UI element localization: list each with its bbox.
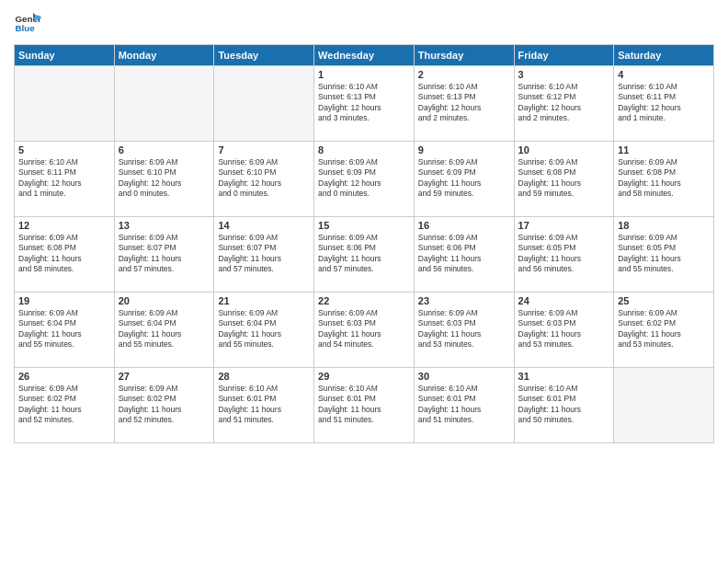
calendar-day-29: 29Sunrise: 6:10 AM Sunset: 6:01 PM Dayli…: [314, 368, 415, 443]
day-number: 19: [18, 295, 110, 306]
calendar-day-17: 17Sunrise: 6:09 AM Sunset: 6:05 PM Dayli…: [514, 217, 614, 293]
day-info: Sunrise: 6:09 AM Sunset: 6:09 PM Dayligh…: [418, 157, 510, 200]
calendar-day-9: 9Sunrise: 6:09 AM Sunset: 6:09 PM Daylig…: [414, 142, 514, 217]
day-info: Sunrise: 6:09 AM Sunset: 6:06 PM Dayligh…: [418, 233, 510, 275]
calendar-week-3: 19Sunrise: 6:09 AM Sunset: 6:04 PM Dayli…: [15, 293, 714, 368]
day-info: Sunrise: 6:09 AM Sunset: 6:04 PM Dayligh…: [18, 308, 110, 350]
day-number: 27: [119, 371, 210, 382]
header: General Blue: [14, 9, 714, 37]
page: General Blue SundayMondayTuesdayWednesda…: [0, 0, 728, 563]
calendar-day-26: 26Sunrise: 6:09 AM Sunset: 6:02 PM Dayli…: [15, 368, 115, 443]
day-number: 3: [518, 69, 610, 80]
calendar-day-28: 28Sunrise: 6:10 AM Sunset: 6:01 PM Dayli…: [214, 368, 314, 443]
day-info: Sunrise: 6:09 AM Sunset: 6:04 PM Dayligh…: [218, 308, 310, 350]
calendar-week-0: 1Sunrise: 6:10 AM Sunset: 6:13 PM Daylig…: [15, 66, 714, 142]
calendar-day-15: 15Sunrise: 6:09 AM Sunset: 6:06 PM Dayli…: [314, 217, 415, 293]
day-info: Sunrise: 6:09 AM Sunset: 6:05 PM Dayligh…: [618, 233, 710, 275]
calendar-day-21: 21Sunrise: 6:09 AM Sunset: 6:04 PM Dayli…: [214, 293, 314, 368]
calendar-day-5: 5Sunrise: 6:10 AM Sunset: 6:11 PM Daylig…: [15, 142, 115, 217]
calendar-day-3: 3Sunrise: 6:10 AM Sunset: 6:12 PM Daylig…: [514, 66, 614, 142]
day-number: 31: [518, 371, 610, 382]
day-info: Sunrise: 6:09 AM Sunset: 6:08 PM Dayligh…: [618, 157, 710, 200]
day-info: Sunrise: 6:09 AM Sunset: 6:09 PM Dayligh…: [318, 157, 410, 200]
calendar-day-22: 22Sunrise: 6:09 AM Sunset: 6:03 PM Dayli…: [314, 293, 415, 368]
calendar-empty: [15, 66, 115, 142]
day-info: Sunrise: 6:09 AM Sunset: 6:04 PM Dayligh…: [119, 308, 210, 350]
calendar-day-25: 25Sunrise: 6:09 AM Sunset: 6:02 PM Dayli…: [614, 293, 714, 368]
day-header-saturday: Saturday: [614, 45, 714, 66]
day-number: 8: [318, 144, 410, 155]
day-info: Sunrise: 6:10 AM Sunset: 6:01 PM Dayligh…: [418, 384, 510, 426]
calendar-day-2: 2Sunrise: 6:10 AM Sunset: 6:13 PM Daylig…: [414, 66, 514, 142]
day-number: 30: [418, 371, 510, 382]
calendar-day-23: 23Sunrise: 6:09 AM Sunset: 6:03 PM Dayli…: [414, 293, 514, 368]
day-number: 23: [418, 295, 510, 306]
day-number: 16: [418, 220, 510, 231]
day-info: Sunrise: 6:09 AM Sunset: 6:08 PM Dayligh…: [18, 233, 110, 275]
day-info: Sunrise: 6:10 AM Sunset: 6:01 PM Dayligh…: [518, 384, 610, 426]
day-info: Sunrise: 6:10 AM Sunset: 6:13 PM Dayligh…: [418, 82, 510, 124]
day-header-tuesday: Tuesday: [214, 45, 314, 66]
calendar-table: SundayMondayTuesdayWednesdayThursdayFrid…: [14, 44, 714, 443]
day-info: Sunrise: 6:09 AM Sunset: 6:02 PM Dayligh…: [119, 384, 210, 426]
calendar-day-4: 4Sunrise: 6:10 AM Sunset: 6:11 PM Daylig…: [614, 66, 714, 142]
day-number: 13: [119, 220, 210, 231]
day-header-wednesday: Wednesday: [314, 45, 415, 66]
day-info: Sunrise: 6:10 AM Sunset: 6:01 PM Dayligh…: [318, 384, 410, 426]
day-number: 18: [618, 220, 710, 231]
day-header-monday: Monday: [114, 45, 214, 66]
calendar-day-18: 18Sunrise: 6:09 AM Sunset: 6:05 PM Dayli…: [614, 217, 714, 293]
day-number: 29: [318, 371, 410, 382]
calendar-day-10: 10Sunrise: 6:09 AM Sunset: 6:08 PM Dayli…: [514, 142, 614, 217]
calendar-day-12: 12Sunrise: 6:09 AM Sunset: 6:08 PM Dayli…: [15, 217, 115, 293]
svg-text:Blue: Blue: [16, 23, 36, 33]
day-number: 12: [18, 220, 110, 231]
calendar-day-27: 27Sunrise: 6:09 AM Sunset: 6:02 PM Dayli…: [114, 368, 214, 443]
day-info: Sunrise: 6:09 AM Sunset: 6:05 PM Dayligh…: [518, 233, 610, 275]
calendar-day-7: 7Sunrise: 6:09 AM Sunset: 6:10 PM Daylig…: [214, 142, 314, 217]
calendar-day-8: 8Sunrise: 6:09 AM Sunset: 6:09 PM Daylig…: [314, 142, 415, 217]
day-number: 26: [18, 371, 110, 382]
day-number: 25: [618, 295, 710, 306]
day-number: 24: [518, 295, 610, 306]
day-info: Sunrise: 6:09 AM Sunset: 6:07 PM Dayligh…: [119, 233, 210, 275]
calendar-day-6: 6Sunrise: 6:09 AM Sunset: 6:10 PM Daylig…: [114, 142, 214, 217]
day-number: 28: [218, 371, 310, 382]
day-info: Sunrise: 6:09 AM Sunset: 6:03 PM Dayligh…: [418, 308, 510, 350]
calendar-header-row: SundayMondayTuesdayWednesdayThursdayFrid…: [15, 45, 714, 66]
day-number: 17: [518, 220, 610, 231]
calendar-day-19: 19Sunrise: 6:09 AM Sunset: 6:04 PM Dayli…: [15, 293, 115, 368]
day-number: 22: [318, 295, 410, 306]
calendar-week-1: 5Sunrise: 6:10 AM Sunset: 6:11 PM Daylig…: [15, 142, 714, 217]
calendar-day-11: 11Sunrise: 6:09 AM Sunset: 6:08 PM Dayli…: [614, 142, 714, 217]
calendar-empty: [214, 66, 314, 142]
day-info: Sunrise: 6:10 AM Sunset: 6:13 PM Dayligh…: [318, 82, 410, 124]
day-number: 10: [518, 144, 610, 155]
day-header-thursday: Thursday: [414, 45, 514, 66]
day-info: Sunrise: 6:09 AM Sunset: 6:03 PM Dayligh…: [518, 308, 610, 350]
day-info: Sunrise: 6:09 AM Sunset: 6:02 PM Dayligh…: [618, 308, 710, 350]
calendar-day-20: 20Sunrise: 6:09 AM Sunset: 6:04 PM Dayli…: [114, 293, 214, 368]
day-header-sunday: Sunday: [15, 45, 115, 66]
day-number: 2: [418, 69, 510, 80]
day-info: Sunrise: 6:10 AM Sunset: 6:11 PM Dayligh…: [18, 157, 110, 200]
calendar-empty: [614, 368, 714, 443]
day-number: 11: [618, 144, 710, 155]
calendar-empty: [114, 66, 214, 142]
day-info: Sunrise: 6:09 AM Sunset: 6:07 PM Dayligh…: [218, 233, 310, 275]
day-number: 20: [119, 295, 210, 306]
day-info: Sunrise: 6:09 AM Sunset: 6:02 PM Dayligh…: [18, 384, 110, 426]
day-number: 15: [318, 220, 410, 231]
day-number: 6: [119, 144, 210, 155]
day-info: Sunrise: 6:10 AM Sunset: 6:11 PM Dayligh…: [618, 82, 710, 124]
day-info: Sunrise: 6:09 AM Sunset: 6:10 PM Dayligh…: [119, 157, 210, 200]
calendar-day-1: 1Sunrise: 6:10 AM Sunset: 6:13 PM Daylig…: [314, 66, 415, 142]
day-info: Sunrise: 6:09 AM Sunset: 6:03 PM Dayligh…: [318, 308, 410, 350]
calendar-day-31: 31Sunrise: 6:10 AM Sunset: 6:01 PM Dayli…: [514, 368, 614, 443]
calendar-day-16: 16Sunrise: 6:09 AM Sunset: 6:06 PM Dayli…: [414, 217, 514, 293]
logo-icon: General Blue: [14, 9, 41, 37]
calendar-day-14: 14Sunrise: 6:09 AM Sunset: 6:07 PM Dayli…: [214, 217, 314, 293]
calendar-week-2: 12Sunrise: 6:09 AM Sunset: 6:08 PM Dayli…: [15, 217, 714, 293]
day-info: Sunrise: 6:10 AM Sunset: 6:12 PM Dayligh…: [518, 82, 610, 124]
logo: General Blue: [14, 9, 43, 37]
